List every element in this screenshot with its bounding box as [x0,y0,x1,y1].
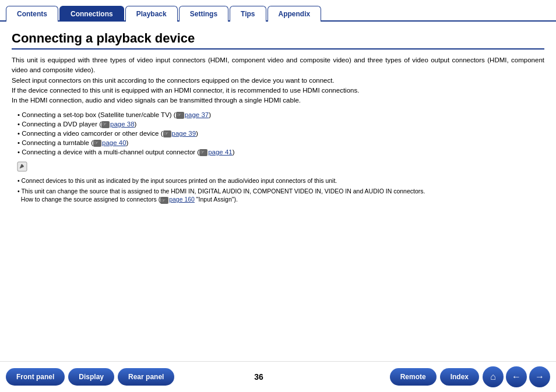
list-item-multichannel: Connecting a device with a multi-channel… [17,149,544,156]
ref-icon-38 [101,121,110,128]
list-item-settop: Connecting a set-top box (Satellite tune… [17,111,544,119]
tab-tips[interactable]: Tips [230,6,266,22]
ref-icon-160 [160,197,168,204]
page-title: Connecting a playback device [12,31,544,50]
display-button[interactable]: Display [68,368,114,386]
ref-icon-40 [93,140,101,147]
link-page160[interactable]: page 160 [169,196,195,203]
link-page38[interactable]: page 38 [110,121,135,128]
notes-list: Connect devices to this unit as indicate… [17,176,544,204]
back-button[interactable]: ← [506,366,527,387]
pencil-icon [16,161,28,172]
main-content: Connecting a playback device This unit i… [0,22,556,361]
list-item-camcorder: Connecting a video camcorder or other de… [17,130,544,137]
forward-button[interactable]: → [529,366,550,387]
list-item-turntable: Connecting a turntable (page 40) [17,139,544,147]
tab-settings[interactable]: Settings [179,6,228,22]
note-item-2: This unit can change the source that is … [17,187,544,204]
list-item-dvd: Connecting a DVD player (page 38) [17,121,544,128]
index-button[interactable]: Index [440,368,479,386]
link-page37[interactable]: page 37 [185,111,209,118]
intro-line-4: In the HDMI connection, audio and video … [12,97,301,104]
bottom-bar: Front panel Display Rear panel 36 Remote… [0,361,556,392]
note-item-1: Connect devices to this unit as indicate… [17,176,544,185]
intro-line-2: Select input connectors on this unit acc… [12,77,335,84]
home-button[interactable]: ⌂ [483,366,504,387]
page-number: 36 [131,372,386,382]
ref-icon-39 [163,130,171,137]
front-panel-button[interactable]: Front panel [6,368,65,386]
link-page41[interactable]: page 41 [208,149,233,156]
pencil-icon-wrap [16,161,544,174]
tab-playback[interactable]: Playback [125,6,178,22]
link-page39[interactable]: page 39 [172,130,196,137]
intro-line-1: This unit is equipped with three types o… [12,56,544,73]
link-page40[interactable]: page 40 [102,139,126,146]
remote-button[interactable]: Remote [390,368,437,386]
navigation-icons: ⌂ ← → [483,366,550,387]
connection-list: Connecting a set-top box (Satellite tune… [17,111,544,156]
ref-icon-37 [176,112,184,119]
intro-paragraph: This unit is equipped with three types o… [12,55,544,105]
ref-icon-41 [199,149,207,156]
intro-line-3: If the device connected to this unit is … [12,87,359,94]
tab-connections[interactable]: Connections [59,6,124,22]
tab-appendix[interactable]: Appendix [268,6,322,22]
tab-contents[interactable]: Contents [6,6,58,22]
top-navigation: Contents Connections Playback Settings T… [0,0,556,22]
